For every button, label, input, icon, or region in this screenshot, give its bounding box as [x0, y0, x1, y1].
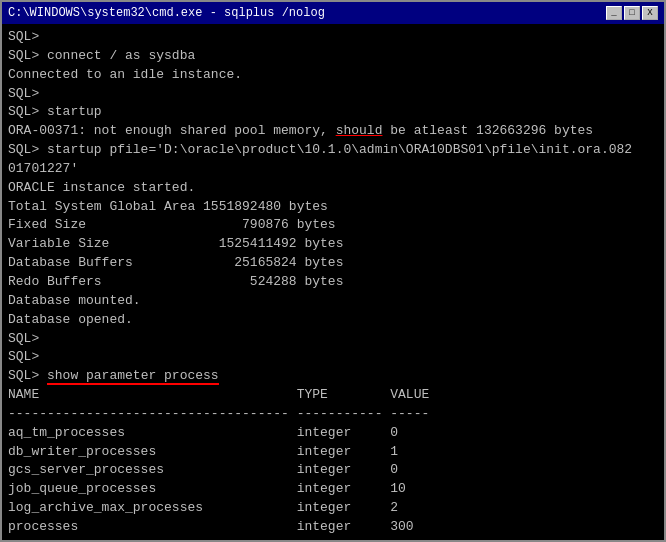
terminal-line: Total System Global Area 1551892480 byte…	[8, 198, 658, 217]
close-button[interactable]: X	[642, 6, 658, 20]
title-bar: C:\WINDOWS\system32\cmd.exe - sqlplus /n…	[2, 2, 664, 24]
terminal-line: db_writer_processes integer 1	[8, 443, 658, 462]
terminal-line: ORACLE instance started.	[8, 179, 658, 198]
terminal-line: Redo Buffers 524288 bytes	[8, 273, 658, 292]
terminal-line: Database mounted.	[8, 292, 658, 311]
minimize-button[interactable]: _	[606, 6, 622, 20]
window-controls: _ □ X	[606, 6, 658, 20]
window-title: C:\WINDOWS\system32\cmd.exe - sqlplus /n…	[8, 6, 325, 20]
terminal-line: SQL>	[8, 28, 658, 47]
terminal-line: log_archive_max_processes integer 2	[8, 499, 658, 518]
cmd-window: C:\WINDOWS\system32\cmd.exe - sqlplus /n…	[0, 0, 666, 542]
terminal-line: Fixed Size 790876 bytes	[8, 216, 658, 235]
terminal-line: Database opened.	[8, 311, 658, 330]
terminal-line: SQL> startup pfile='D:\oracle\product\10…	[8, 141, 658, 160]
terminal-line: gcs_server_processes integer 0	[8, 461, 658, 480]
terminal-line: job_queue_processes integer 10	[8, 480, 658, 499]
terminal-line: Database Buffers 25165824 bytes	[8, 254, 658, 273]
terminal-line: 01701227'	[8, 160, 658, 179]
terminal-line: processes integer 300	[8, 518, 658, 537]
terminal-line: SQL> show parameter process	[8, 367, 658, 386]
terminal-output[interactable]: SQL>SQL> connect / as sysdbaConnected to…	[2, 24, 664, 540]
terminal-line: NAME TYPE VALUE	[8, 386, 658, 405]
terminal-line: SQL> startup	[8, 103, 658, 122]
maximize-button[interactable]: □	[624, 6, 640, 20]
terminal-line: Connected to an idle instance.	[8, 66, 658, 85]
terminal-line: SQL> _	[8, 537, 658, 540]
terminal-line: SQL>	[8, 85, 658, 104]
terminal-line: aq_tm_processes integer 0	[8, 424, 658, 443]
terminal-line: ------------------------------------ ---…	[8, 405, 658, 424]
terminal-line: Variable Size 1525411492 bytes	[8, 235, 658, 254]
terminal-line: SQL> connect / as sysdba	[8, 47, 658, 66]
terminal-line: SQL>	[8, 330, 658, 349]
terminal-line: ORA-00371: not enough shared pool memory…	[8, 122, 658, 141]
terminal-line: SQL>	[8, 348, 658, 367]
